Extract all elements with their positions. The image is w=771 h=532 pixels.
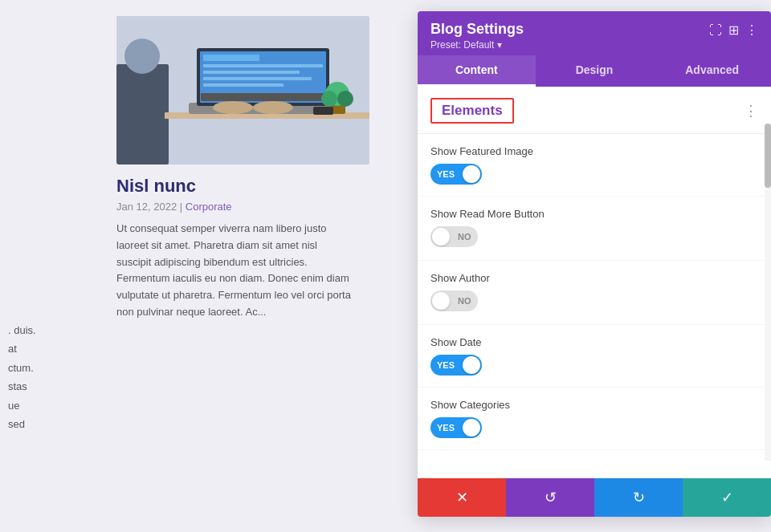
blog-body: Ut consequat semper viverra nam libero j… <box>116 221 353 321</box>
toggle-no-label: NO <box>451 290 478 311</box>
toggle-knob <box>432 292 450 310</box>
svg-rect-19 <box>313 107 333 115</box>
panel-body: Elements ⋮ Show Featured Image YES Show … <box>418 87 771 478</box>
svg-point-14 <box>253 101 293 114</box>
toggle-author[interactable]: NO <box>430 290 478 311</box>
svg-rect-7 <box>203 55 259 61</box>
redo-button[interactable]: ↻ <box>594 478 683 517</box>
left-partial-text: . duis. at ctum. stas ue sed <box>0 321 96 433</box>
toggle-row-author: Show Author NO <box>418 261 771 325</box>
columns-icon[interactable]: ⊞ <box>728 22 739 38</box>
blog-category: Corporate <box>186 201 232 213</box>
svg-rect-9 <box>203 71 300 74</box>
toggle-label-categories: Show Categories <box>430 399 758 411</box>
elements-header: Elements ⋮ <box>418 87 771 134</box>
toggle-knob <box>432 228 450 246</box>
elements-title: Elements <box>430 98 514 124</box>
panel-toolbar: ✕ ↺ ↻ ✓ <box>418 478 771 517</box>
svg-point-17 <box>321 91 337 107</box>
toggle-read-more[interactable]: NO <box>430 226 478 247</box>
toggle-yes-label: YES <box>430 355 461 376</box>
toggle-row-read-more: Show Read More Button NO <box>418 197 771 261</box>
blog-preview: . duis. at ctum. stas ue sed <box>0 0 394 532</box>
toggle-categories[interactable]: YES <box>430 417 482 438</box>
tab-design[interactable]: Design <box>536 55 654 87</box>
expand-icon[interactable]: ⛶ <box>709 23 722 38</box>
toggle-no-label: NO <box>451 226 478 247</box>
toggle-knob <box>463 165 480 183</box>
toggle-label-featured-image: Show Featured Image <box>430 145 758 157</box>
toggle-label-read-more: Show Read More Button <box>430 208 758 220</box>
panel-preset[interactable]: Preset: Default ▾ <box>430 39 524 51</box>
more-icon[interactable]: ⋮ <box>745 22 758 38</box>
save-button[interactable]: ✓ <box>683 478 771 517</box>
svg-rect-10 <box>203 77 312 80</box>
toggle-yes-label: YES <box>430 164 461 185</box>
toggle-label-author: Show Author <box>430 272 758 284</box>
panel-tabs: Content Design Advanced <box>418 55 771 87</box>
svg-rect-1 <box>116 64 169 164</box>
toggle-label-date: Show Date <box>430 336 758 348</box>
svg-rect-12 <box>201 93 325 101</box>
toggle-date[interactable]: YES <box>430 355 482 376</box>
toggle-featured-image[interactable]: YES <box>430 164 482 185</box>
cancel-button[interactable]: ✕ <box>418 478 506 517</box>
svg-point-13 <box>213 101 253 114</box>
blog-title: Nisl nunc <box>116 176 377 197</box>
panel-title: Blog Settings <box>430 21 524 38</box>
svg-point-2 <box>124 39 160 74</box>
toggle-row-categories: Show Categories YES <box>418 388 771 450</box>
blog-meta: Jan 12, 2022 | Corporate <box>116 201 377 213</box>
tab-content[interactable]: Content <box>418 55 536 87</box>
svg-point-18 <box>337 91 353 107</box>
toggle-knob <box>463 419 480 437</box>
panel-header: Blog Settings Preset: Default ▾ ⛶ ⊞ ⋮ <box>418 11 771 55</box>
elements-menu-icon[interactable]: ⋮ <box>744 102 758 120</box>
toggle-yes-label: YES <box>430 417 461 438</box>
toggle-knob <box>463 356 480 374</box>
undo-button[interactable]: ↺ <box>506 478 594 517</box>
toggle-row-featured-image: Show Featured Image YES <box>418 134 771 197</box>
settings-panel: Blog Settings Preset: Default ▾ ⛶ ⊞ ⋮ Co… <box>418 11 771 517</box>
toggle-row-date: Show Date YES <box>418 325 771 388</box>
scrollbar-track[interactable] <box>765 124 771 461</box>
scrollbar-thumb[interactable] <box>765 124 771 188</box>
svg-rect-8 <box>203 64 323 67</box>
tab-advanced[interactable]: Advanced <box>653 55 771 87</box>
svg-rect-11 <box>203 83 284 87</box>
blog-image <box>116 16 369 164</box>
